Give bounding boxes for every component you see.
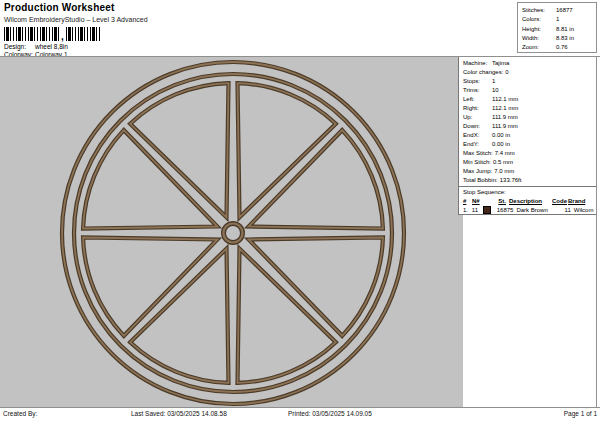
machine-info-row: Up:111.9 mm [463, 113, 597, 122]
machine-info-label: Left: [463, 95, 490, 104]
machine-info-label: Trims: [463, 86, 490, 95]
machine-info-value: 7.0 mm [494, 168, 514, 174]
wheel-stitch-outline [62, 62, 404, 404]
design-canvas [0, 57, 463, 407]
machine-info-value: 10 [492, 87, 499, 93]
machine-info-label: Down: [463, 122, 490, 131]
thread-color-swatch [483, 206, 491, 214]
footer-separator [0, 407, 600, 408]
footer-printed: Printed: 03/05/2025 14.09.05 [288, 410, 372, 417]
stop-number-cell: 1. [463, 206, 472, 215]
stat-row: Height:8.81 in [522, 25, 596, 34]
wheel-stitch-outline [74, 74, 392, 392]
stop-sequence-table: #N#St.DescriptionCodeBrand1.1116875Dark … [463, 197, 597, 214]
stitch-count-cell: 16875 [492, 206, 513, 215]
machine-info-label: Total Bobbin: [463, 176, 498, 185]
machine-info-label: Min Stitch: [463, 158, 491, 167]
column-header: Code [552, 197, 565, 206]
machine-info-row: Left:112.1 mm [463, 95, 597, 104]
machine-info-value: 0.00 in [492, 132, 510, 138]
production-worksheet-page: Production Worksheet Wilcom EmbroiderySt… [0, 0, 600, 424]
machine-info-value: 0.00 in [492, 141, 510, 147]
column-header: N# [472, 197, 484, 206]
machine-info-label: Color changes: [463, 68, 503, 77]
stat-row: Zoom:0.76 [522, 43, 596, 52]
design-stats-box: Stitches:16877Colors:1Height:8.81 inWidt… [517, 2, 597, 53]
design-label: Design: [4, 43, 35, 50]
barcode: , [4, 27, 102, 41]
machine-info-label: Up: [463, 113, 490, 122]
footer-page-number: Page 1 of 1 [564, 410, 597, 417]
machine-info-label: EndY: [463, 140, 490, 149]
design-name-row: Design:wheel 8,8in [4, 43, 68, 50]
stop-sequence-title: Stop Sequence: [463, 188, 597, 196]
page-right-border [596, 57, 597, 407]
machine-info-row: Max Stitch:7.4 mm [463, 149, 597, 158]
machine-info-label: Machine: [463, 59, 490, 68]
machine-info-row: EndY:0.00 in [463, 140, 597, 149]
machine-info-value: 111.9 mm [492, 114, 518, 120]
machine-info-row: Total Bobbin:133.76ft [463, 176, 597, 185]
machine-info-list: Machine:TajimaColor changes:0Stops:1Trim… [459, 57, 597, 185]
machine-info-row: Min Stitch:0.5 mm [463, 158, 597, 167]
footer-last-saved: Last Saved: 03/05/2025 14.08.58 [131, 410, 227, 417]
thread-brand-cell: Wilcom [574, 206, 597, 215]
stat-label: Height: [522, 25, 556, 34]
thread-code-cell: 11 [558, 206, 571, 215]
machine-info-row: Stops:1 [463, 77, 597, 86]
barcode-bars-left [4, 27, 60, 41]
stat-label: Stitches: [522, 6, 556, 15]
column-header: Description [509, 197, 552, 206]
machine-info-value: 111.9 mm [492, 123, 518, 129]
design-value: wheel 8,8in [35, 43, 68, 50]
machine-info-value: Tajima [492, 60, 509, 66]
barcode-bars-right [66, 27, 102, 41]
machine-info-value: 133.76ft [500, 177, 522, 183]
page-title: Production Worksheet [4, 2, 115, 13]
thread-description-cell: Dark Brown [516, 206, 558, 215]
stat-value: 0.76 [556, 44, 568, 50]
machine-info-value: 0 [505, 69, 508, 75]
footer-created-by: Created By: [3, 410, 37, 417]
stat-row: Stitches:16877 [522, 6, 596, 15]
thread-swatch-cell [483, 206, 492, 214]
stat-row: Width:8.83 in [522, 34, 596, 43]
machine-info-value: 0.5 mm [493, 159, 513, 165]
machine-info-row: Machine:Tajima [463, 59, 597, 68]
stat-label: Zoom: [522, 43, 556, 52]
stop-sequence-header-row: #N#St.DescriptionCodeBrand [463, 197, 597, 206]
column-header: # [463, 197, 472, 206]
machine-info-label: Stops: [463, 77, 490, 86]
machine-info-row: Trims:10 [463, 86, 597, 95]
app-subtitle: Wilcom EmbroideryStudio – Level 3 Advanc… [4, 16, 148, 23]
machine-info-row: Color changes:0 [463, 68, 597, 77]
machine-info-row: Down:111.9 mm [463, 122, 597, 131]
wheel-stitch-fill [224, 224, 243, 243]
machine-details-panel: Machine:TajimaColor changes:0Stops:1Trim… [458, 57, 597, 215]
stop-sequence-section: Stop Sequence: #N#St.DescriptionCodeBran… [459, 186, 597, 214]
machine-info-value: 112.1 mm [492, 96, 518, 102]
stat-label: Colors: [522, 15, 556, 24]
column-header: Brand [568, 197, 592, 206]
barcode-separator: , [61, 33, 64, 41]
column-header: St. [484, 197, 506, 206]
stat-value: 8.81 in [556, 26, 574, 32]
stat-label: Width: [522, 34, 556, 43]
machine-info-row: Max Jump:7.0 mm [463, 167, 597, 176]
stat-row: Colors:1 [522, 15, 596, 24]
stat-value: 8.83 in [556, 35, 574, 41]
machine-info-label: Max Stitch: [463, 149, 493, 158]
machine-info-value: 7.4 mm [495, 150, 515, 156]
machine-info-label: Max Jump: [463, 167, 492, 176]
machine-info-label: Right: [463, 104, 490, 113]
stop-sequence-row: 1.1116875Dark Brown11Wilcom [463, 206, 597, 215]
needle-number-cell: 11 [472, 206, 484, 215]
machine-info-row: Right:112.1 mm [463, 104, 597, 113]
wheel-design-graphic [0, 57, 463, 407]
stat-value: 1 [556, 16, 559, 22]
machine-info-label: EndX: [463, 131, 490, 140]
machine-info-row: EndX:0.00 in [463, 131, 597, 140]
machine-info-value: 1 [492, 78, 495, 84]
machine-info-value: 112.1 mm [492, 105, 518, 111]
stat-value: 16877 [556, 7, 573, 13]
